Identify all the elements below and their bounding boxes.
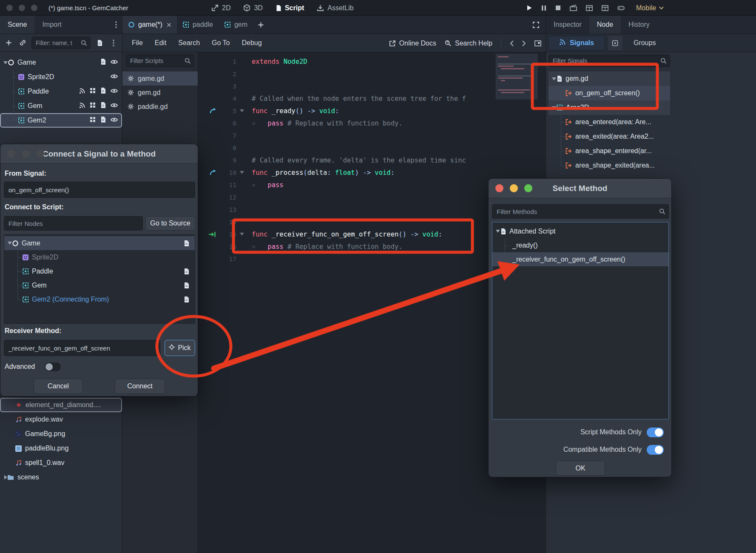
connect-node-sprite2d[interactable]: Sprite2D (4, 250, 195, 264)
scene-tab-paddle[interactable]: paddle (177, 16, 219, 34)
close-window-icon[interactable] (7, 150, 15, 158)
code-line[interactable]: 5func _ready() -> void: (198, 105, 546, 117)
signal-item[interactable]: on_gem_off_screen() (549, 86, 670, 100)
signal-source-gemgd[interactable]: gem.gd (549, 71, 670, 86)
fold-gutter[interactable] (236, 233, 247, 236)
scene-tab-gem[interactable]: gem (219, 16, 253, 34)
remote-debug-button[interactable] (617, 5, 625, 11)
code-line[interactable]: 7 (198, 129, 546, 142)
new-scene-tab-button[interactable] (253, 16, 268, 34)
run-specific-scene-button[interactable] (602, 5, 608, 11)
script-filter-input[interactable] (126, 54, 194, 67)
gutter[interactable] (198, 108, 218, 114)
visibility-toggle[interactable] (111, 88, 118, 95)
code-line[interactable]: 2 (198, 68, 546, 80)
advanced-toggle[interactable] (44, 362, 61, 372)
method-group-attached-script[interactable]: Attached Script (492, 224, 668, 238)
menu-edit[interactable]: Edit (149, 39, 173, 47)
cancel-button[interactable]: Cancel (34, 379, 83, 394)
signal-item[interactable]: area_entered(area: Are... (549, 115, 670, 129)
connect-node-gem2[interactable]: Gem2 (Connecting From) (4, 292, 195, 306)
connect-node-paddle[interactable]: Paddle (4, 264, 195, 278)
file-explode-wav[interactable]: explode.wav (0, 412, 122, 427)
instance-scene-button[interactable] (17, 38, 28, 48)
signal-source-area2d[interactable]: Area2D (549, 100, 670, 115)
file-spell1-0-wav[interactable]: spell1_0.wav (0, 456, 122, 470)
link-online-docs[interactable]: Online Docs (389, 40, 436, 47)
connect-node-game[interactable]: Game (4, 236, 195, 250)
mode-3d[interactable]: 3D (243, 4, 262, 12)
mode-assetlib[interactable]: AssetLib (317, 4, 353, 12)
tab-scene[interactable]: Scene (0, 16, 34, 34)
link-search-help[interactable]: Search Help (445, 40, 492, 47)
ok-button[interactable]: OK (556, 461, 605, 476)
minimize-window-icon[interactable] (22, 150, 30, 158)
file-gamebg-png[interactable]: GameBg.png (0, 427, 122, 441)
close-window-icon[interactable] (495, 184, 503, 192)
file-element-red-diamond[interactable]: element_red_diamond.... (0, 398, 122, 412)
mode-script[interactable]: Script (276, 4, 304, 12)
tab-inspector[interactable]: Inspector (546, 16, 589, 34)
maximize-window-icon[interactable] (36, 150, 44, 158)
code-line[interactable]: 6» pass # Replace with function body. (198, 117, 546, 129)
scene-node-game[interactable]: Game (0, 55, 122, 70)
close-tab-icon[interactable] (167, 23, 171, 27)
menu-search[interactable]: Search (172, 39, 206, 47)
play-button[interactable] (526, 5, 532, 11)
run-current-scene-button[interactable] (586, 5, 593, 11)
tab-history[interactable]: History (621, 16, 657, 34)
from-signal-field[interactable] (4, 182, 195, 198)
script-methods-only-toggle[interactable] (647, 428, 664, 437)
stop-button[interactable] (555, 5, 561, 11)
gutter[interactable] (198, 170, 218, 175)
file-scenes[interactable]: scenes (0, 470, 122, 485)
tab-import[interactable]: Import (34, 16, 69, 34)
tab-node[interactable]: Node (589, 16, 621, 34)
method-item[interactable]: _ready() (492, 238, 668, 252)
float-panel-button[interactable] (534, 40, 541, 46)
mode-2d[interactable]: 2D (211, 4, 230, 12)
go-to-source-button[interactable]: Go to Source (145, 216, 195, 231)
signal-filter-input[interactable] (549, 54, 670, 67)
groups-tab-button[interactable]: Groups (631, 39, 658, 47)
maximize-window-icon[interactable] (524, 184, 532, 192)
filter-methods-input[interactable] (492, 204, 669, 219)
minimize-window-icon[interactable] (510, 184, 518, 192)
menu-file[interactable]: File (126, 39, 149, 47)
renderer-profile-selector[interactable]: Mobile (636, 4, 664, 12)
signal-item[interactable]: area_exited(area: Area2... (549, 129, 670, 144)
script-item-game-gd[interactable]: game.gd (122, 71, 198, 86)
visibility-toggle[interactable] (111, 102, 118, 110)
compatible-methods-only-toggle[interactable] (647, 445, 664, 455)
scene-node-paddle[interactable]: Paddle (0, 84, 122, 99)
scene-tree-menu-button[interactable] (108, 38, 119, 48)
code-line[interactable]: 3 (198, 80, 546, 92)
file-paddleblu-png[interactable]: paddleBlu.png (0, 441, 122, 456)
history-back-button[interactable] (510, 40, 514, 46)
code-minimap[interactable] (496, 54, 537, 100)
scene-node-gem[interactable]: Gem (0, 99, 122, 113)
menu-go-to[interactable]: Go To (206, 39, 236, 47)
menu-debug[interactable]: Debug (236, 39, 267, 47)
minimize-window-icon[interactable] (19, 5, 25, 11)
pick-method-button[interactable]: Pick (165, 340, 195, 356)
code-line[interactable]: 4# Called when the node enters the scene… (198, 92, 546, 105)
close-window-icon[interactable] (6, 5, 13, 11)
pause-button[interactable] (541, 5, 546, 11)
code-line[interactable]: 1extends Node2D (198, 55, 546, 68)
method-item[interactable]: _receiver_func_on_gem_off_screen() (492, 252, 668, 266)
connect-button[interactable]: Connect (115, 379, 165, 394)
scene-node-gem2[interactable]: Gem2 (0, 113, 122, 128)
fold-gutter[interactable] (236, 171, 247, 174)
script-item-gem-gd[interactable]: gem.gd (122, 86, 198, 100)
connections-button[interactable] (608, 36, 622, 50)
script-item-paddle-gd[interactable]: paddle.gd (122, 100, 198, 114)
signal-item[interactable]: area_shape_entered(ar... (549, 144, 670, 158)
connect-node-gem[interactable]: Gem (4, 278, 195, 292)
signals-tab-button[interactable]: Signals (549, 36, 605, 50)
receiver-method-input[interactable] (4, 340, 160, 356)
code-line[interactable]: 9# Called every frame. 'delta' is the el… (198, 154, 546, 166)
scene-dock-menu-icon[interactable] (110, 16, 122, 34)
scene-tab-game[interactable]: game(*) (122, 16, 177, 34)
attach-script-button[interactable] (94, 38, 105, 48)
